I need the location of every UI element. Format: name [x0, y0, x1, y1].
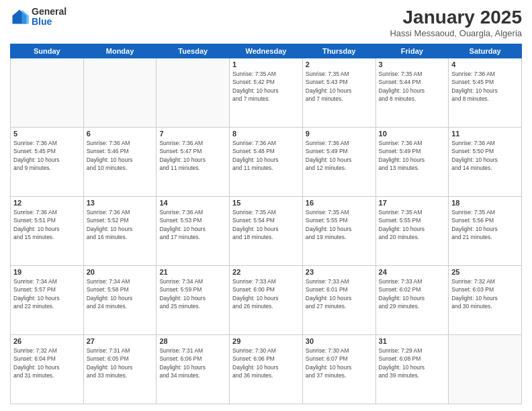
day-info-30: Sunrise: 7:30 AM Sunset: 6:07 PM Dayligh… [306, 347, 373, 379]
week-row-0: 1Sunrise: 7:35 AM Sunset: 5:42 PM Daylig… [11, 58, 522, 128]
day-info-29: Sunrise: 7:30 AM Sunset: 6:06 PM Dayligh… [232, 347, 300, 379]
calendar-cell-3-0: 19Sunrise: 7:34 AM Sunset: 5:57 PM Dayli… [11, 266, 84, 335]
day-info-20: Sunrise: 7:34 AM Sunset: 5:58 PM Dayligh… [87, 277, 154, 310]
day-number-29: 29 [232, 337, 300, 345]
day-info-21: Sunrise: 7:34 AM Sunset: 5:59 PM Dayligh… [159, 277, 226, 310]
day-number-3: 3 [379, 60, 446, 68]
calendar-cell-0-2 [157, 58, 230, 128]
calendar-cell-1-3: 8Sunrise: 7:36 AM Sunset: 5:48 PM Daylig… [230, 128, 303, 197]
day-number-2: 2 [306, 60, 373, 68]
calendar-cell-1-6: 11Sunrise: 7:36 AM Sunset: 5:50 PM Dayli… [449, 128, 522, 197]
day-info-8: Sunrise: 7:36 AM Sunset: 5:48 PM Dayligh… [232, 139, 300, 172]
calendar-cell-2-2: 14Sunrise: 7:36 AM Sunset: 5:53 PM Dayli… [157, 197, 230, 266]
calendar-cell-1-0: 5Sunrise: 7:36 AM Sunset: 5:45 PM Daylig… [11, 128, 84, 197]
day-info-11: Sunrise: 7:36 AM Sunset: 5:50 PM Dayligh… [451, 139, 519, 172]
calendar-cell-4-0: 26Sunrise: 7:32 AM Sunset: 6:04 PM Dayli… [11, 335, 84, 404]
day-info-17: Sunrise: 7:35 AM Sunset: 5:55 PM Dayligh… [379, 208, 446, 241]
day-info-10: Sunrise: 7:36 AM Sunset: 5:49 PM Dayligh… [379, 139, 446, 172]
day-number-23: 23 [306, 268, 373, 276]
calendar-cell-3-1: 20Sunrise: 7:34 AM Sunset: 5:58 PM Dayli… [83, 266, 157, 335]
day-number-22: 22 [232, 268, 300, 276]
day-info-27: Sunrise: 7:31 AM Sunset: 6:05 PM Dayligh… [87, 347, 154, 379]
calendar-cell-3-3: 22Sunrise: 7:33 AM Sunset: 6:00 PM Dayli… [230, 266, 303, 335]
calendar-cell-1-1: 6Sunrise: 7:36 AM Sunset: 5:46 PM Daylig… [83, 128, 157, 197]
title-area: January 2025 Hassi Messaoud, Ouargla, Al… [390, 7, 522, 38]
day-info-25: Sunrise: 7:32 AM Sunset: 6:03 PM Dayligh… [451, 277, 519, 310]
calendar-cell-0-5: 3Sunrise: 7:35 AM Sunset: 5:44 PM Daylig… [375, 58, 449, 128]
day-number-1: 1 [232, 60, 300, 68]
week-row-4: 26Sunrise: 7:32 AM Sunset: 6:04 PM Dayli… [11, 335, 522, 404]
day-number-27: 27 [87, 337, 154, 345]
calendar-cell-2-5: 17Sunrise: 7:35 AM Sunset: 5:55 PM Dayli… [375, 197, 449, 266]
th-friday: Friday [375, 44, 449, 58]
day-number-12: 12 [13, 199, 81, 207]
logo-blue-text: Blue [32, 17, 66, 27]
day-number-30: 30 [306, 337, 373, 345]
day-info-13: Sunrise: 7:36 AM Sunset: 5:52 PM Dayligh… [87, 208, 154, 241]
day-number-31: 31 [379, 337, 446, 345]
calendar-cell-2-3: 15Sunrise: 7:35 AM Sunset: 5:54 PM Dayli… [230, 197, 303, 266]
calendar-cell-3-4: 23Sunrise: 7:33 AM Sunset: 6:01 PM Dayli… [302, 266, 375, 335]
th-wednesday: Wednesday [230, 44, 303, 58]
day-number-19: 19 [13, 268, 81, 276]
calendar-cell-3-2: 21Sunrise: 7:34 AM Sunset: 5:59 PM Dayli… [157, 266, 230, 335]
calendar-cell-2-4: 16Sunrise: 7:35 AM Sunset: 5:55 PM Dayli… [302, 197, 375, 266]
day-number-25: 25 [451, 268, 519, 276]
calendar-cell-0-4: 2Sunrise: 7:35 AM Sunset: 5:43 PM Daylig… [302, 58, 375, 128]
day-info-4: Sunrise: 7:36 AM Sunset: 5:45 PM Dayligh… [451, 70, 519, 103]
calendar-cell-4-4: 30Sunrise: 7:30 AM Sunset: 6:07 PM Dayli… [302, 335, 375, 404]
day-info-2: Sunrise: 7:35 AM Sunset: 5:43 PM Dayligh… [306, 70, 373, 103]
day-number-18: 18 [451, 199, 519, 207]
day-number-24: 24 [379, 268, 446, 276]
calendar: Sunday Monday Tuesday Wednesday Thursday… [10, 44, 522, 404]
day-number-6: 6 [87, 130, 154, 138]
week-row-1: 5Sunrise: 7:36 AM Sunset: 5:45 PM Daylig… [11, 128, 522, 197]
day-number-28: 28 [159, 337, 226, 345]
day-number-13: 13 [87, 199, 154, 207]
day-number-4: 4 [451, 60, 519, 68]
logo-icon [10, 7, 29, 26]
calendar-body: 1Sunrise: 7:35 AM Sunset: 5:42 PM Daylig… [11, 58, 522, 404]
day-info-1: Sunrise: 7:35 AM Sunset: 5:42 PM Dayligh… [232, 70, 300, 103]
day-info-31: Sunrise: 7:29 AM Sunset: 6:08 PM Dayligh… [379, 347, 446, 379]
day-number-14: 14 [159, 199, 226, 207]
day-info-26: Sunrise: 7:32 AM Sunset: 6:04 PM Dayligh… [13, 347, 81, 379]
day-number-7: 7 [159, 130, 226, 138]
svg-marker-1 [22, 10, 30, 24]
day-number-10: 10 [379, 130, 446, 138]
day-info-28: Sunrise: 7:31 AM Sunset: 6:06 PM Dayligh… [159, 347, 226, 379]
calendar-cell-4-1: 27Sunrise: 7:31 AM Sunset: 6:05 PM Dayli… [83, 335, 157, 404]
day-info-9: Sunrise: 7:36 AM Sunset: 5:49 PM Dayligh… [306, 139, 373, 172]
calendar-cell-4-5: 31Sunrise: 7:29 AM Sunset: 6:08 PM Dayli… [375, 335, 449, 404]
calendar-cell-3-6: 25Sunrise: 7:32 AM Sunset: 6:03 PM Dayli… [449, 266, 522, 335]
day-number-26: 26 [13, 337, 81, 345]
logo: General Blue [10, 7, 66, 28]
day-info-12: Sunrise: 7:36 AM Sunset: 5:51 PM Dayligh… [13, 208, 81, 241]
calendar-cell-1-4: 9Sunrise: 7:36 AM Sunset: 5:49 PM Daylig… [302, 128, 375, 197]
day-number-9: 9 [306, 130, 373, 138]
week-row-3: 19Sunrise: 7:34 AM Sunset: 5:57 PM Dayli… [11, 266, 522, 335]
day-number-15: 15 [232, 199, 300, 207]
calendar-cell-4-2: 28Sunrise: 7:31 AM Sunset: 6:06 PM Dayli… [157, 335, 230, 404]
location: Hassi Messaoud, Ouargla, Algeria [390, 28, 522, 38]
header: General Blue January 2025 Hassi Messaoud… [10, 7, 522, 38]
th-tuesday: Tuesday [157, 44, 230, 58]
day-info-24: Sunrise: 7:33 AM Sunset: 6:02 PM Dayligh… [379, 277, 446, 310]
day-info-23: Sunrise: 7:33 AM Sunset: 6:01 PM Dayligh… [306, 277, 373, 310]
page: General Blue January 2025 Hassi Messaoud… [0, 0, 532, 411]
calendar-cell-1-2: 7Sunrise: 7:36 AM Sunset: 5:47 PM Daylig… [157, 128, 230, 197]
day-info-22: Sunrise: 7:33 AM Sunset: 6:00 PM Dayligh… [232, 277, 300, 310]
day-info-3: Sunrise: 7:35 AM Sunset: 5:44 PM Dayligh… [379, 70, 446, 103]
calendar-header: Sunday Monday Tuesday Wednesday Thursday… [11, 44, 522, 58]
th-sunday: Sunday [11, 44, 84, 58]
week-row-2: 12Sunrise: 7:36 AM Sunset: 5:51 PM Dayli… [11, 197, 522, 266]
calendar-cell-4-6 [449, 335, 522, 404]
calendar-cell-2-0: 12Sunrise: 7:36 AM Sunset: 5:51 PM Dayli… [11, 197, 84, 266]
day-number-16: 16 [306, 199, 373, 207]
calendar-cell-4-3: 29Sunrise: 7:30 AM Sunset: 6:06 PM Dayli… [230, 335, 303, 404]
calendar-cell-2-1: 13Sunrise: 7:36 AM Sunset: 5:52 PM Dayli… [83, 197, 157, 266]
day-info-18: Sunrise: 7:35 AM Sunset: 5:56 PM Dayligh… [451, 208, 519, 241]
calendar-cell-0-6: 4Sunrise: 7:36 AM Sunset: 5:45 PM Daylig… [449, 58, 522, 128]
calendar-cell-0-3: 1Sunrise: 7:35 AM Sunset: 5:42 PM Daylig… [230, 58, 303, 128]
th-saturday: Saturday [449, 44, 522, 58]
